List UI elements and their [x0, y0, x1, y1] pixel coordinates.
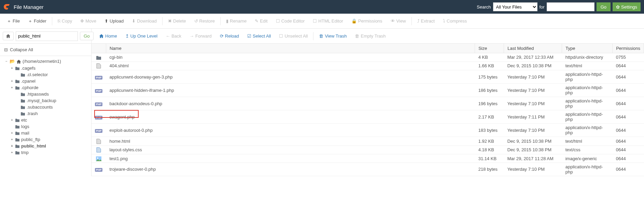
- tree-item[interactable]: logs: [0, 123, 91, 130]
- view-button[interactable]: 👁View: [387, 14, 410, 29]
- table-row[interactable]: cgi-bin4 KBMar 29, 2017 12:33 AMhttpd/un…: [92, 53, 644, 62]
- table-row[interactable]: 404.shtml1.66 KBDec 9, 2015 10:38 PMtext…: [92, 61, 644, 70]
- modified-header[interactable]: Last Modified: [504, 44, 562, 53]
- search-scope-select[interactable]: All Your Files: [493, 2, 537, 11]
- reload-button[interactable]: ⟳Reload: [216, 29, 243, 44]
- settings-button[interactable]: ✿ Settings: [613, 2, 641, 11]
- select-all-button[interactable]: ☑Select All: [243, 29, 275, 44]
- table-row[interactable]: layout-styles.css4.18 KBDec 9, 2015 10:3…: [92, 145, 644, 154]
- table-row[interactable]: PHPtrojware-discover-0.php218 bytesYeste…: [92, 163, 644, 176]
- path-input[interactable]: [16, 31, 78, 41]
- up-one-level-button[interactable]: ↥Up One Level: [121, 29, 162, 44]
- upload-button[interactable]: ⬆Upload: [100, 14, 128, 29]
- permissions-header[interactable]: Permissions: [613, 44, 644, 53]
- compress-label: Compress: [447, 18, 467, 24]
- unselect-all-button[interactable]: ☐Unselect All: [275, 29, 312, 44]
- empty-trash-button[interactable]: 🗑Empty Trash: [351, 29, 390, 44]
- view-trash-button[interactable]: 🗑View Trash: [315, 29, 351, 44]
- tree-item[interactable]: .subaccounts: [0, 104, 91, 110]
- edit-button[interactable]: ✎Edit: [251, 14, 271, 29]
- tree-item[interactable]: +tmp: [0, 149, 91, 156]
- table-row[interactable]: PHPbackdoor-asmodeus-0.php196 bytesYeste…: [92, 97, 644, 110]
- tree-root[interactable]: − 📂 (/home/ozermetin1): [0, 58, 91, 65]
- restore-button[interactable]: ↺Restore: [190, 14, 219, 29]
- logo: File Manager: [3, 3, 44, 11]
- expand-icon[interactable]: +: [10, 79, 14, 83]
- table-row[interactable]: PHPexploit-autoroot-0.php183 bytesYester…: [92, 124, 644, 137]
- delete-button[interactable]: ✖Delete: [164, 14, 190, 29]
- collapse-icon[interactable]: −: [5, 59, 8, 63]
- new-folder-button[interactable]: ＋Folder: [24, 14, 51, 29]
- file-icon: [92, 137, 106, 146]
- search-go-button[interactable]: Go: [597, 2, 611, 11]
- home-icon-button[interactable]: [3, 32, 14, 41]
- table-row[interactable]: PHPapplicunwnt-doorway-gen-3.php175 byte…: [92, 70, 644, 84]
- forward-icon: →: [190, 33, 194, 39]
- tree-item[interactable]: +public_ftp: [0, 136, 91, 143]
- copy-button[interactable]: ⎘Copy: [54, 14, 76, 29]
- tree-item[interactable]: .trash: [0, 110, 91, 117]
- folder-icon: [20, 72, 25, 77]
- file-name: 404.shtml: [106, 61, 475, 70]
- download-button[interactable]: ⬇Download: [128, 14, 161, 29]
- home-label: Home: [105, 33, 117, 39]
- tree-item[interactable]: .mysql_backup: [0, 97, 91, 104]
- file-size: 196 bytes: [475, 97, 504, 110]
- back-button[interactable]: ←Back: [162, 29, 185, 44]
- expand-icon[interactable]: +: [10, 86, 14, 89]
- tree-item[interactable]: .htpasswds: [0, 91, 91, 97]
- file-permissions: 0755: [613, 53, 644, 62]
- html-editor-label: HTML Editor: [318, 18, 343, 24]
- expand-icon[interactable]: +: [10, 66, 14, 70]
- rename-button[interactable]: ▮Rename: [222, 14, 251, 29]
- expand-icon[interactable]: +: [10, 118, 14, 122]
- tree-item[interactable]: +public_html: [0, 143, 91, 149]
- file-size: 31.14 KB: [475, 154, 504, 163]
- forward-button[interactable]: →Forward: [185, 29, 216, 44]
- file-size: 1.66 KB: [475, 61, 504, 70]
- file-modified: Yesterday 7:10 PM: [504, 97, 562, 110]
- type-header[interactable]: Type: [562, 44, 613, 53]
- table-row[interactable]: test1.png31.14 KBMar 29, 2017 11:28 AMim…: [92, 154, 644, 163]
- folder-icon: [20, 98, 25, 103]
- expand-icon[interactable]: +: [10, 144, 14, 148]
- permissions-button[interactable]: 🔒Permissions: [347, 14, 387, 29]
- file-permissions: 0644: [613, 70, 644, 84]
- search-label: Search: [477, 4, 491, 10]
- table-row[interactable]: home.html1.92 KBDec 9, 2015 10:38 PMtext…: [92, 137, 644, 146]
- file-name: test1.png: [106, 154, 475, 163]
- tree-item[interactable]: +.cphorde: [0, 84, 91, 91]
- size-header[interactable]: Size: [475, 44, 504, 53]
- expand-icon[interactable]: +: [10, 151, 14, 154]
- file-type: text/css: [562, 145, 613, 154]
- home-button[interactable]: Home: [95, 29, 121, 44]
- gear-icon: ✿: [616, 4, 620, 10]
- table-row[interactable]: PHPcwagent.php2.17 KBYesterday 7:11 PMap…: [92, 110, 644, 124]
- name-header[interactable]: Name: [106, 44, 475, 53]
- uncheck-icon: ☐: [279, 33, 283, 39]
- move-button[interactable]: ✥Move: [76, 14, 100, 29]
- search-input[interactable]: [547, 2, 594, 11]
- tree-item[interactable]: +.cpanel: [0, 78, 91, 84]
- view-label: View: [396, 18, 406, 24]
- file-modified: Yesterday 7:10 PM: [504, 163, 562, 176]
- icon-header[interactable]: [92, 44, 106, 53]
- tree-item[interactable]: +etc: [0, 117, 91, 123]
- copy-label: Copy: [62, 18, 72, 24]
- expand-icon[interactable]: +: [10, 131, 14, 135]
- table-row[interactable]: PHPapplicunwnt-hidden-iframe-1.php186 by…: [92, 84, 644, 97]
- tree-item[interactable]: +.cagefs: [0, 65, 91, 71]
- tree-item[interactable]: .cl.selector: [0, 71, 91, 78]
- compress-button[interactable]: ⤵Compress: [439, 14, 471, 29]
- file-table: Name Size Last Modified Type Permissions…: [92, 44, 644, 176]
- collapse-all-button[interactable]: ⊟ Collapse All: [0, 44, 91, 56]
- code-editor-button[interactable]: ☐Code Editor: [272, 14, 309, 29]
- delete-label: Delete: [173, 18, 186, 24]
- upload-label: Upload: [110, 18, 124, 24]
- new-file-button[interactable]: ＋File: [3, 14, 24, 29]
- expand-icon[interactable]: +: [10, 138, 14, 141]
- back-label: Back: [171, 33, 181, 39]
- extract-button[interactable]: ⤴Extract: [413, 14, 439, 29]
- html-editor-button[interactable]: ☐HTML Editor: [309, 14, 347, 29]
- tree-item[interactable]: +mail: [0, 130, 91, 136]
